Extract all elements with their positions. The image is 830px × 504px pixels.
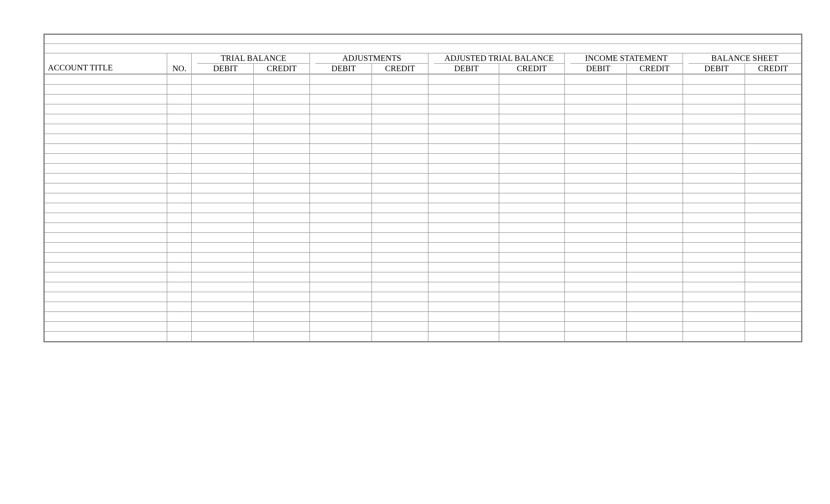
cell: [626, 134, 683, 144]
cell: [570, 332, 626, 342]
cell: [254, 174, 310, 183]
table-row: [45, 174, 801, 183]
cell: [689, 332, 745, 342]
cell: [167, 104, 192, 114]
cell: [197, 75, 253, 85]
cell: [745, 253, 801, 262]
cell: [745, 85, 801, 94]
cell: [570, 262, 626, 272]
cell: [254, 104, 310, 114]
header-debit: DEBIT: [197, 64, 253, 74]
cell: [499, 104, 564, 114]
cell: [310, 282, 315, 292]
cell: [428, 183, 434, 193]
cell: [745, 243, 801, 253]
table-row: [45, 134, 801, 144]
cell: [683, 144, 688, 154]
cell: [689, 312, 745, 322]
cell: [315, 302, 372, 312]
cell: [254, 134, 310, 144]
cell: [570, 223, 626, 233]
cell: [45, 193, 167, 203]
header-credit: CREDIT: [626, 64, 683, 74]
cell: [315, 213, 372, 223]
cell: [428, 154, 434, 164]
cell: [434, 183, 499, 193]
cell: [689, 213, 745, 223]
cell: [428, 233, 434, 243]
table-row: [45, 223, 801, 233]
cell: [499, 233, 564, 243]
header-debit: DEBIT: [434, 64, 499, 74]
cell: [192, 243, 197, 253]
cell: [428, 272, 434, 282]
cell: [167, 332, 192, 342]
cell: [192, 282, 197, 292]
cell: [564, 253, 570, 262]
cell: [428, 75, 434, 85]
table-row: [45, 262, 801, 272]
cell: [683, 253, 688, 262]
cell: [310, 164, 315, 174]
header-credit: CREDIT: [254, 64, 310, 74]
cell: [564, 203, 570, 213]
cell: [310, 203, 315, 213]
cell: [372, 174, 428, 183]
cell: [167, 302, 192, 312]
cell: [564, 124, 570, 134]
cell: [499, 193, 564, 203]
cell: [570, 322, 626, 332]
table-row: [45, 144, 801, 154]
cell: [254, 322, 310, 332]
cell: [254, 193, 310, 203]
title-row: [45, 44, 801, 53]
cell: [167, 262, 192, 272]
cell: [167, 144, 192, 154]
cell: [683, 282, 688, 292]
cell: [570, 154, 626, 164]
cell: [745, 302, 801, 312]
table-row: [45, 154, 801, 164]
cell: [167, 85, 192, 94]
cell: [45, 203, 167, 213]
cell: [45, 154, 167, 164]
cell: [197, 243, 253, 253]
cell: [745, 213, 801, 223]
cell: [745, 292, 801, 302]
cell: [564, 134, 570, 144]
cell: [689, 282, 745, 292]
cell: [315, 154, 372, 164]
cell: [310, 183, 315, 193]
cell: [434, 104, 499, 114]
cell: [689, 154, 745, 164]
cell: [564, 174, 570, 183]
table-row: [45, 203, 801, 213]
header-credit: CREDIT: [745, 64, 801, 74]
cell: [310, 292, 315, 302]
cell: [683, 174, 688, 183]
cell: [683, 85, 688, 94]
cell: [167, 213, 192, 223]
cell: [499, 262, 564, 272]
cell: [683, 213, 688, 223]
cell: [683, 75, 688, 85]
cell: [564, 75, 570, 85]
cell: [745, 233, 801, 243]
cell: [372, 183, 428, 193]
cell: [683, 203, 688, 213]
cell: [254, 203, 310, 213]
cell: [499, 322, 564, 332]
cell: [254, 302, 310, 312]
cell: [683, 193, 688, 203]
cell: [683, 104, 688, 114]
cell: [254, 164, 310, 174]
cell: [372, 154, 428, 164]
cell: [254, 94, 310, 104]
cell: [570, 213, 626, 223]
cell: [428, 253, 434, 262]
cell: [372, 213, 428, 223]
cell: [626, 104, 683, 114]
cell: [499, 124, 564, 134]
worksheet-table: ACCOUNT TITLE NO. TRIAL BALANCE ADJUSTME…: [45, 35, 801, 341]
cell: [683, 262, 688, 272]
